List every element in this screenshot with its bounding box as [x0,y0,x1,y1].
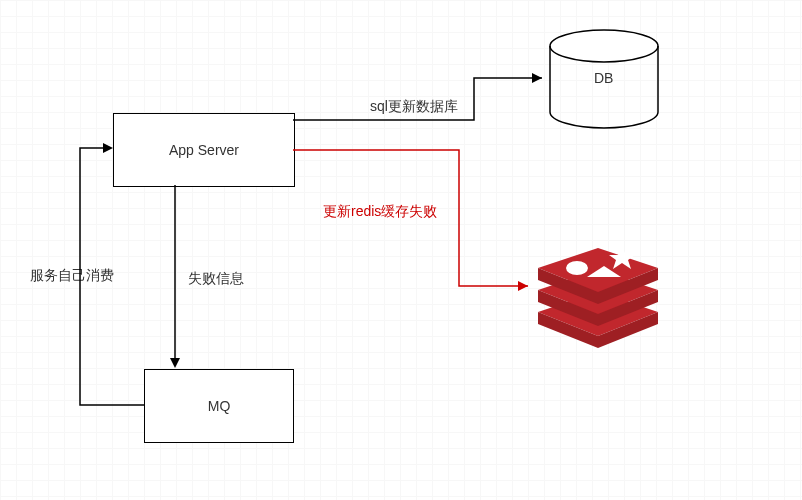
svg-point-1 [566,261,588,275]
app-server-label: App Server [169,142,239,158]
redis-fail-label: 更新redis缓存失败 [323,203,437,221]
fail-info-label: 失败信息 [188,270,244,288]
app-server-box: App Server [113,113,295,187]
mq-box: MQ [144,369,294,443]
self-consume-label: 服务自己消费 [30,267,114,285]
svg-point-0 [550,30,658,62]
mq-label: MQ [208,398,231,414]
arrowhead-sql [532,73,542,83]
db-cylinder [0,0,802,500]
sql-update-label: sql更新数据库 [370,98,458,116]
db-label: DB [594,70,613,86]
redis-icon [0,0,802,500]
arrowhead-redis [518,281,528,291]
arrowhead-self [103,143,113,153]
arrowhead-mq [170,358,180,368]
